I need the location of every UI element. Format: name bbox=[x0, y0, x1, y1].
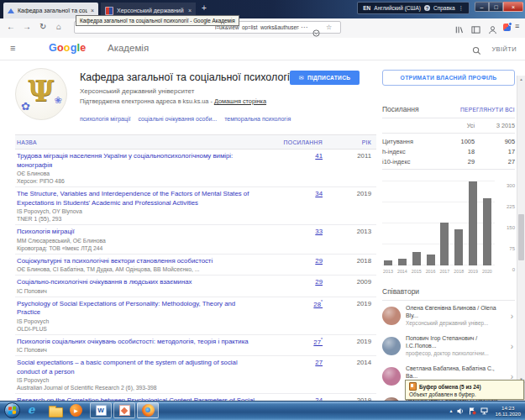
citation-stat-row: h-індекс1817 bbox=[382, 145, 515, 155]
action-center-flag-icon[interactable] bbox=[469, 403, 476, 418]
sign-in-link[interactable]: УВІЙТИ bbox=[491, 45, 517, 53]
langbar-options-icon[interactable]: ⋮ bbox=[459, 5, 465, 12]
sidebar-toggle-icon[interactable] bbox=[471, 23, 480, 38]
publication-title-link[interactable]: Психологія соціальних очікувань особисто… bbox=[17, 338, 257, 347]
publication-title-link[interactable]: Psychology of Social Expectations of Per… bbox=[17, 300, 257, 318]
follow-button[interactable]: ✉ ПІДПИСАТИСЬ bbox=[290, 71, 360, 85]
cited-by-count[interactable]: 28* bbox=[313, 301, 323, 308]
bookmark-star-icon[interactable]: ☆ bbox=[326, 24, 332, 31]
coauthor-name-link[interactable]: Светлана Бабатина, Бабатіна С., Ва... bbox=[406, 365, 506, 380]
internet-explorer-icon[interactable]: e bbox=[28, 403, 34, 416]
column-year[interactable]: РІК bbox=[336, 139, 376, 145]
product-name[interactable]: Академія bbox=[108, 43, 149, 53]
cited-by-count[interactable]: 41 bbox=[315, 152, 323, 160]
network-icon[interactable] bbox=[480, 403, 489, 418]
help-icon[interactable]: ? bbox=[424, 5, 430, 11]
publication-title-link[interactable]: Трудова міграція населення України у соц… bbox=[17, 152, 257, 170]
homepage-link[interactable]: Домашня сторінка bbox=[214, 97, 266, 105]
system-tray: ▲ 14:23 16.11.2020 bbox=[449, 402, 523, 420]
extension-icon[interactable] bbox=[503, 24, 511, 31]
profile-tag-link[interactable]: психологія міграції bbox=[80, 116, 130, 122]
language-code[interactable]: EN bbox=[363, 5, 370, 11]
account-icon[interactable] bbox=[488, 23, 497, 38]
citation-stat-since: 905 bbox=[475, 138, 515, 145]
volume-icon[interactable] bbox=[457, 403, 465, 418]
minimize-button[interactable]: – bbox=[475, 2, 489, 12]
google-logo-letter: o bbox=[64, 42, 71, 54]
citation-bar[interactable] bbox=[412, 252, 421, 265]
firefox-icon bbox=[142, 404, 155, 417]
home-icon[interactable]: ⌂ bbox=[56, 22, 61, 32]
scrollbar-thumb[interactable] bbox=[518, 214, 524, 260]
page-actions-icon[interactable]: ⋯ bbox=[301, 24, 307, 31]
tray-expand-icon[interactable]: ▲ bbox=[449, 408, 454, 413]
profile-tag-link[interactable]: соціальні очікування особи... bbox=[138, 116, 217, 122]
chart-year-label: 2015 bbox=[412, 269, 422, 274]
help-label[interactable]: Справка bbox=[433, 5, 455, 11]
cited-by-count[interactable]: 34 bbox=[315, 190, 323, 197]
library-icon[interactable] bbox=[454, 23, 464, 38]
citation-bar[interactable] bbox=[384, 260, 392, 265]
citation-stat-label[interactable]: h-індекс bbox=[382, 148, 439, 155]
publication-title-link[interactable]: Соціально-психологічні очікування в людс… bbox=[17, 278, 257, 287]
search-icon[interactable] bbox=[472, 44, 481, 59]
citation-stat-all: 1005 bbox=[439, 138, 475, 145]
citation-bar[interactable] bbox=[440, 223, 449, 265]
right-sidebar: ОТРИМАТИ ВЛАСНИЙ ПРОФІЛЬ Посилання ПЕРЕГ… bbox=[382, 70, 515, 402]
publication-main: Social expectations – a basic component … bbox=[15, 359, 264, 391]
google-logo[interactable]: Google bbox=[49, 42, 86, 54]
cited-by-count[interactable]: 33 bbox=[315, 228, 323, 235]
citation-stat-label[interactable]: Цитування bbox=[382, 138, 439, 145]
tab-close-icon[interactable]: × bbox=[188, 8, 192, 13]
back-icon[interactable]: ← bbox=[7, 22, 15, 32]
get-own-profile-button[interactable]: ОТРИМАТИ ВЛАСНИЙ ПРОФІЛЬ bbox=[382, 70, 515, 86]
publication-title-link[interactable]: Психологія міграції bbox=[17, 228, 257, 237]
forward-icon[interactable]: → bbox=[23, 22, 31, 32]
hamburger-icon[interactable]: ≡ bbox=[10, 43, 15, 53]
cited-by-cell: 27* bbox=[264, 338, 336, 354]
cited-by-count[interactable]: 29 bbox=[315, 278, 323, 286]
reload-icon[interactable]: ↻ bbox=[39, 22, 46, 32]
citation-bar[interactable] bbox=[454, 229, 463, 265]
close-window-button[interactable]: × bbox=[503, 2, 523, 12]
word-taskbar-button[interactable]: W bbox=[90, 402, 112, 418]
profile-affiliation[interactable]: Херсонський державний університет bbox=[80, 87, 302, 95]
cited-by-count[interactable]: 27* bbox=[313, 339, 323, 346]
citation-bar[interactable] bbox=[483, 198, 491, 265]
publication-title-link[interactable]: Соціокультурні та психологічні вектори с… bbox=[17, 257, 257, 266]
citation-stat-label[interactable]: і10-індекс bbox=[382, 158, 439, 165]
language-name[interactable]: Английский (США) bbox=[374, 5, 421, 11]
scroll-up-icon[interactable]: ▲ bbox=[517, 77, 525, 81]
publication-title-link[interactable]: The Structure, Variables and Interdepend… bbox=[17, 190, 257, 207]
firefox-taskbar-button[interactable] bbox=[137, 402, 159, 418]
cited-by-count[interactable]: 29 bbox=[315, 257, 323, 265]
scholar-favicon-icon bbox=[8, 8, 14, 13]
view-all-link[interactable]: ПЕРЕГЛЯНУТИ ВСІ bbox=[460, 107, 515, 113]
new-tab-button[interactable]: + bbox=[202, 3, 207, 13]
profile-avatar[interactable]: Ψ ✿ ❀ bbox=[15, 68, 67, 120]
column-cited-by[interactable]: ПОСИЛАННЯ bbox=[264, 139, 336, 145]
coauthor-item[interactable]: Олена Євгенівна Блинова / Olena Bly...Хе… bbox=[382, 301, 515, 331]
maximize-button[interactable]: □ bbox=[489, 2, 503, 12]
profile-tag-link[interactable]: темпоральна психологія bbox=[224, 116, 291, 122]
chart-bar-slot: 2020 bbox=[483, 181, 491, 265]
explorer-folder-icon[interactable] bbox=[49, 407, 63, 417]
tab-close-icon[interactable]: × bbox=[91, 8, 94, 13]
tab-tooltip: Кафедра загальної та соціальної психолог… bbox=[76, 15, 239, 26]
media-player-icon[interactable]: ▶ bbox=[70, 404, 82, 417]
taskbar-clock[interactable]: 14:23 16.11.2020 bbox=[495, 405, 521, 417]
citation-bar[interactable] bbox=[398, 259, 407, 265]
coauthor-name-link[interactable]: Попович Ігор Степанович / І.С.Попов... bbox=[406, 335, 506, 349]
publication-title-link[interactable]: Social expectations – a basic component … bbox=[17, 359, 257, 376]
app-taskbar-button[interactable] bbox=[113, 402, 135, 418]
citation-bar[interactable] bbox=[427, 255, 435, 265]
coauthor-item[interactable]: Попович Ігор Степанович / І.С.Попов...пр… bbox=[382, 331, 515, 361]
coauthor-name-link[interactable]: Олена Євгенівна Блинова / Olena Bly... bbox=[406, 305, 506, 319]
start-button[interactable] bbox=[4, 402, 20, 418]
publication-authors: IS Popovych bbox=[17, 376, 257, 384]
page-scrollbar[interactable]: ▲ ▼ bbox=[517, 76, 525, 383]
citation-bar[interactable] bbox=[469, 181, 477, 265]
column-title[interactable]: НАЗВА bbox=[15, 139, 264, 145]
menu-icon[interactable]: ≡ bbox=[515, 22, 519, 30]
cited-by-count[interactable]: 27 bbox=[315, 359, 323, 366]
